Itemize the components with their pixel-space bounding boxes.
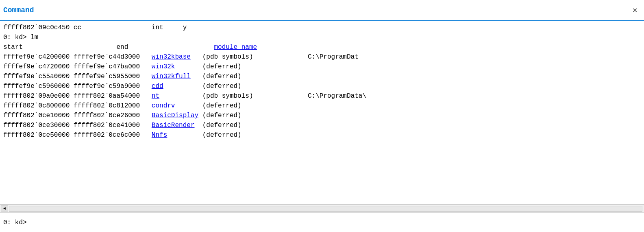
- output-line: ffffef9e`c55a0000 ffffef9e`c5955000 win3…: [3, 72, 641, 81]
- close-button[interactable]: ✕: [629, 4, 641, 16]
- output-line: ffffef9e`c4200000 ffffef9e`c44d3000 win3…: [3, 52, 641, 62]
- scroll-track[interactable]: [9, 206, 642, 212]
- module-name-link[interactable]: module name: [214, 44, 257, 51]
- horizontal-scrollbar: ◄: [0, 204, 644, 212]
- title-bar: Command ✕: [0, 0, 644, 21]
- output-line: fffff802`0ce10000 fffff802`0ce26000 Basi…: [3, 111, 641, 120]
- command-bar: 0: kd>: [0, 212, 644, 232]
- module-link-win32kbase[interactable]: win32kbase: [152, 53, 191, 61]
- output-line: start end module name: [3, 42, 641, 52]
- window-title: Command: [3, 6, 34, 14]
- module-link-nnfs[interactable]: Nnfs: [152, 131, 167, 139]
- scroll-left-arrow[interactable]: ◄: [1, 206, 8, 212]
- module-link-win32k[interactable]: win32k: [152, 63, 175, 70]
- output-area: fffff802`09c0c450 cc int y0: kd> lmstart…: [0, 21, 644, 204]
- title-bar-left: Command: [3, 6, 34, 14]
- output-line: ffffef9e`c4720000 ffffef9e`c47ba000 win3…: [3, 62, 641, 72]
- output-line: fffff802`0ce50000 fffff802`0ce6c000 Nnfs…: [3, 130, 641, 140]
- module-link-cdd[interactable]: cdd: [152, 83, 163, 90]
- command-prompt: 0: kd>: [3, 219, 30, 226]
- module-link-win32kfull[interactable]: win32kfull: [152, 73, 191, 80]
- output-line: fffff802`0c800000 fffff802`0c812000 cond…: [3, 101, 641, 111]
- module-link-basicrender[interactable]: BasicRender: [152, 122, 195, 129]
- output-line: fffff802`0ce30000 fffff802`0ce41000 Basi…: [3, 120, 641, 130]
- module-link-nt[interactable]: nt: [152, 92, 159, 100]
- command-input[interactable]: [31, 219, 641, 226]
- module-link-basicdisplay[interactable]: BasicDisplay: [152, 112, 198, 119]
- output-line: fffff802`09a0e000 fffff802`0aa54000 nt (…: [3, 91, 641, 101]
- output-line: 0: kd> lm: [3, 33, 641, 42]
- main-area: fffff802`09c0c450 cc int y0: kd> lmstart…: [0, 21, 644, 212]
- module-link-condrv[interactable]: condrv: [152, 102, 175, 109]
- output-line: fffff802`09c0c450 cc int y: [3, 23, 641, 33]
- output-line: ffffef9e`c5960000 ffffef9e`c59a9000 cdd …: [3, 81, 641, 91]
